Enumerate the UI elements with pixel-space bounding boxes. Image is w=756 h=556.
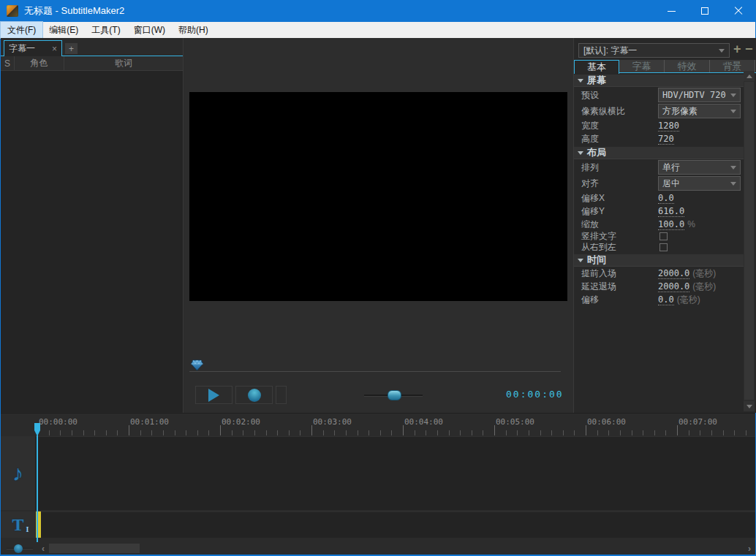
music-note-icon: ♪ bbox=[12, 461, 23, 486]
ruler-major-ticks bbox=[37, 425, 755, 435]
column-role[interactable]: 角色 bbox=[15, 56, 64, 70]
minimize-button[interactable] bbox=[654, 0, 688, 22]
property-row: 排列 单行 bbox=[574, 159, 744, 175]
column-status[interactable]: S bbox=[1, 56, 15, 70]
subtitle-list-panel: 字幕一 × + S 角色 歌词 bbox=[1, 38, 184, 413]
section-screen[interactable]: 屏幕 bbox=[574, 75, 744, 87]
tab-close-icon[interactable]: × bbox=[52, 44, 57, 54]
slider-handle[interactable] bbox=[388, 390, 401, 400]
tab-effects[interactable]: 特效 bbox=[665, 60, 710, 72]
chevron-down-icon bbox=[746, 405, 752, 408]
ruler-label: 00:05:00 bbox=[496, 417, 534, 427]
scroll-up-button[interactable] bbox=[744, 71, 755, 81]
preview-panel: 00:00:00 bbox=[184, 38, 573, 413]
playhead-line[interactable] bbox=[37, 435, 38, 542]
scroll-left-button[interactable]: ‹ bbox=[39, 544, 48, 553]
ruler-label: 00:02:00 bbox=[222, 417, 260, 427]
timeline-ruler[interactable]: 00:00:00 00:01:00 00:02:00 00:03:00 00:0… bbox=[1, 413, 755, 436]
property-row: 偏移 0.0 (毫秒) bbox=[574, 293, 744, 306]
video-preview[interactable] bbox=[189, 92, 567, 301]
title-bar[interactable]: 无标题 - SubtitleMaker2 bbox=[1, 0, 755, 22]
menu-tools[interactable]: 工具(T) bbox=[85, 22, 126, 38]
audio-track: ♪ bbox=[1, 436, 755, 511]
seek-marker-diamond-icon[interactable] bbox=[191, 359, 203, 371]
properties-list: 屏幕 预设 HDV/HDTV 720 像素纵横比 方形像素 bbox=[574, 75, 744, 306]
arrangement-dropdown[interactable]: 单行 bbox=[658, 160, 741, 175]
zoom-slider-handle[interactable] bbox=[14, 544, 23, 553]
column-lyrics[interactable]: 歌词 bbox=[64, 56, 183, 70]
text-track-header[interactable]: TI bbox=[1, 511, 36, 538]
record-button[interactable] bbox=[235, 386, 273, 404]
subtitle-tab-label: 字幕一 bbox=[9, 42, 35, 55]
maximize-icon bbox=[701, 7, 708, 15]
chevron-up-icon bbox=[746, 75, 752, 78]
subtitle-tab[interactable]: 字幕一 × bbox=[4, 40, 62, 56]
ruler-label: 00:00:00 bbox=[39, 417, 78, 427]
audio-track-lane[interactable] bbox=[36, 436, 755, 510]
ruler-label: 00:03:00 bbox=[313, 417, 352, 427]
seek-bar[interactable] bbox=[189, 371, 561, 372]
subtitle-list[interactable] bbox=[1, 71, 183, 412]
menu-edit[interactable]: 编辑(E) bbox=[42, 22, 85, 38]
add-subtitle-tab-button[interactable]: + bbox=[65, 43, 78, 54]
menu-help[interactable]: 帮助(H) bbox=[172, 22, 215, 38]
vertical-scrollbar[interactable] bbox=[744, 71, 755, 411]
width-field[interactable]: 1280 bbox=[658, 121, 679, 132]
vertical-text-checkbox[interactable] bbox=[659, 232, 668, 240]
scroll-down-button[interactable] bbox=[744, 401, 755, 411]
lead-out-field[interactable]: 2000.0 bbox=[658, 281, 689, 292]
pixel-aspect-dropdown[interactable]: 方形像素 bbox=[658, 104, 741, 118]
scrollbar-thumb[interactable] bbox=[744, 82, 754, 400]
horizontal-scrollbar-thumb[interactable] bbox=[49, 544, 140, 553]
menu-bar: 文件(F) 编辑(E) 工具(T) 窗口(W) 帮助(H) bbox=[1, 22, 755, 38]
remove-preset-button[interactable]: − bbox=[745, 41, 753, 57]
preset-dropdown[interactable]: [默认]: 字幕一 bbox=[578, 43, 730, 58]
ruler-label: 00:07:00 bbox=[678, 417, 717, 427]
property-row: 偏移X 0.0 bbox=[574, 191, 744, 205]
property-row: 缩放 100.0 % bbox=[574, 218, 744, 231]
property-row: 对齐 居中 bbox=[574, 175, 744, 191]
scale-field[interactable]: 100.0 bbox=[658, 219, 684, 230]
subtitle-columns-header: S 角色 歌词 bbox=[1, 56, 183, 71]
ruler-label: 00:04:00 bbox=[404, 417, 443, 427]
volume-slider[interactable] bbox=[364, 395, 423, 397]
collapse-arrow-icon bbox=[578, 259, 583, 262]
chevron-down-icon bbox=[719, 49, 725, 53]
timeline-bottom-bar: ‹ › bbox=[1, 542, 755, 555]
play-button[interactable] bbox=[195, 386, 233, 404]
property-row: 高度 720 bbox=[574, 132, 744, 145]
property-row: 延迟退场 2000.0 (毫秒) bbox=[574, 280, 744, 293]
preset-size-dropdown[interactable]: HDV/HDTV 720 bbox=[658, 88, 741, 102]
offset-y-field[interactable]: 616.0 bbox=[658, 206, 684, 217]
timeline-zoom-slider[interactable] bbox=[7, 548, 33, 549]
play-icon bbox=[208, 389, 219, 402]
scroll-right-button[interactable]: › bbox=[745, 544, 754, 553]
offset-x-field[interactable]: 0.0 bbox=[658, 193, 674, 204]
maximize-button[interactable] bbox=[688, 0, 722, 22]
chevron-down-icon bbox=[730, 166, 736, 170]
text-track-lane[interactable] bbox=[36, 511, 755, 538]
time-offset-field[interactable]: 0.0 bbox=[658, 294, 674, 305]
menu-file[interactable]: 文件(F) bbox=[1, 22, 42, 38]
audio-track-header[interactable]: ♪ bbox=[1, 436, 36, 510]
property-row: 从右到左 bbox=[574, 242, 744, 253]
properties-panel: [默认]: 字幕一 + − 基本 字幕 特效 背景 屏幕 预设 bbox=[573, 38, 756, 413]
add-preset-button[interactable]: + bbox=[733, 41, 741, 57]
tab-basic[interactable]: 基本 bbox=[574, 60, 619, 74]
right-to-left-checkbox[interactable] bbox=[659, 243, 668, 251]
minimize-icon bbox=[668, 11, 676, 12]
extra-button[interactable] bbox=[276, 386, 287, 404]
ruler-label: 00:01:00 bbox=[130, 417, 169, 427]
tab-subtitle[interactable]: 字幕 bbox=[619, 60, 665, 72]
collapse-arrow-icon bbox=[578, 151, 583, 155]
height-field[interactable]: 720 bbox=[658, 134, 674, 145]
close-button[interactable] bbox=[722, 0, 755, 22]
section-layout[interactable]: 布局 bbox=[574, 147, 744, 159]
section-time[interactable]: 时间 bbox=[574, 254, 744, 267]
text-track: TI bbox=[1, 511, 755, 539]
alignment-dropdown[interactable]: 居中 bbox=[658, 176, 741, 191]
menu-window[interactable]: 窗口(W) bbox=[127, 22, 172, 38]
lead-in-field[interactable]: 2000.0 bbox=[658, 268, 689, 279]
property-row: 像素纵横比 方形像素 bbox=[574, 103, 744, 119]
property-row: 提前入场 2000.0 (毫秒) bbox=[574, 267, 744, 280]
